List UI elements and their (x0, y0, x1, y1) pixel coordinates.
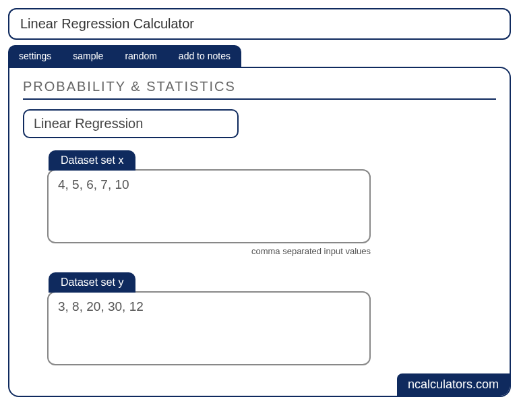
tab-random[interactable]: random (114, 45, 167, 67)
dataset-y-label: Dataset set y (49, 272, 135, 293)
dataset-x-label: Dataset set x (49, 150, 135, 171)
tab-bar: settings sample random add to notes (8, 45, 511, 67)
regression-type-box: Linear Regression (23, 109, 239, 138)
watermark: ncalculators.com (397, 373, 510, 396)
title-bar: Linear Regression Calculator (8, 8, 511, 40)
dataset-y-input[interactable] (47, 291, 371, 365)
regression-type-label: Linear Regression (34, 116, 143, 131)
section-heading: PROBABILITY & STATISTICS (23, 79, 496, 100)
tab-add-to-notes[interactable]: add to notes (168, 45, 241, 67)
tab-settings[interactable]: settings (8, 45, 62, 67)
dataset-x-input[interactable] (47, 169, 371, 243)
tab-sample[interactable]: sample (62, 45, 114, 67)
dataset-x-hint: comma separated input values (47, 246, 371, 256)
page-title: Linear Regression Calculator (20, 16, 499, 32)
dataset-x-group: Dataset set x comma separated input valu… (47, 150, 371, 256)
dataset-y-group: Dataset set y (47, 272, 371, 365)
main-panel: PROBABILITY & STATISTICS Linear Regressi… (8, 67, 511, 397)
